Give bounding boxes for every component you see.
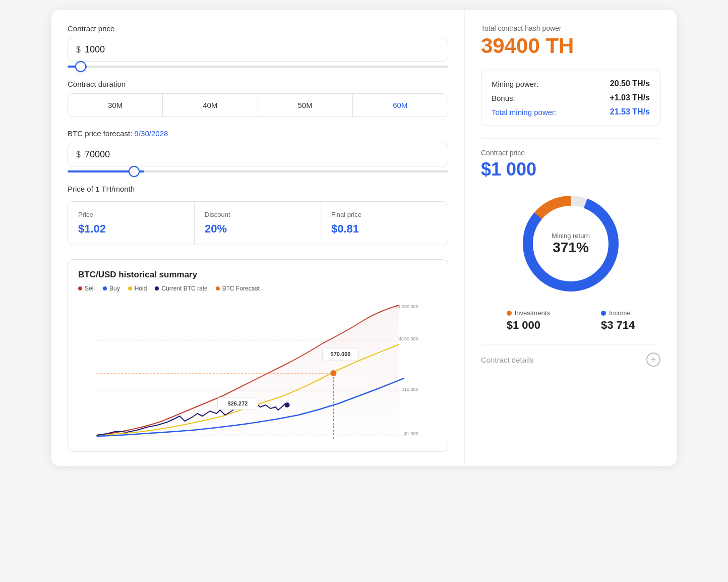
- btc-forecast-text: BTC price forecast:: [68, 129, 132, 138]
- svg-text:$70.000: $70.000: [331, 351, 351, 357]
- main-container: Contract price $ 1000 Contract duration …: [51, 10, 677, 466]
- legend-dot-current-btc: [155, 286, 159, 290]
- contract-details-label: Contract details: [481, 356, 533, 364]
- th-month-label: Price of 1 TH/month: [68, 185, 448, 193]
- btc-price-slider-wrap[interactable]: [68, 170, 448, 172]
- price-cell-final: Final price $0.81: [321, 202, 448, 245]
- tab-30m[interactable]: 30M: [68, 94, 163, 117]
- legend-sell: Sell: [78, 285, 95, 292]
- btc-price-slider-track: [68, 170, 448, 172]
- contract-price-slider-thumb[interactable]: [75, 61, 86, 72]
- chart-area: $1.000.000 $100.000 $10.000 $1.000: [78, 300, 438, 441]
- contract-price-slider-wrap[interactable]: [68, 66, 448, 68]
- contract-price-currency: $: [76, 45, 81, 54]
- mining-power-row: Mining power: 20.50 TH/s: [492, 79, 650, 88]
- discount-label: Discount: [205, 211, 311, 218]
- mining-power-value: 20.50 TH/s: [610, 79, 650, 88]
- tab-60m[interactable]: 60M: [353, 94, 448, 117]
- btc-forecast-date[interactable]: 9/30/2028: [135, 129, 168, 138]
- legend-label-btc-forecast: BTC Forecast: [222, 285, 260, 292]
- legend-dot-buy: [103, 286, 107, 290]
- total-mining-value: 21.53 TH/s: [610, 107, 650, 117]
- donut-value: 371%: [552, 240, 590, 256]
- tab-40m[interactable]: 40M: [163, 94, 258, 117]
- legend-label-hold: Hold: [135, 285, 147, 292]
- btc-price-value: 70000: [85, 149, 110, 160]
- legend-btc-forecast: BTC Forecast: [216, 285, 260, 292]
- legend-buy: Buy: [103, 285, 120, 292]
- price-cell-discount: Discount 20%: [195, 202, 321, 245]
- chart-section: BTC/USD historical summary Sell Buy Hold…: [68, 259, 448, 452]
- svg-text:$1.000: $1.000: [404, 431, 418, 436]
- total-mining-row: Total mining power: 21.53 TH/s: [492, 107, 650, 117]
- legend-dot-hold: [128, 286, 132, 290]
- contract-price-value: 1000: [85, 44, 105, 55]
- duration-tabs: 30M 40M 50M 60M: [68, 93, 448, 117]
- chart-title: BTC/USD historical summary: [78, 270, 438, 280]
- legend-label-buy: Buy: [109, 285, 120, 292]
- final-price-label: Final price: [331, 211, 438, 218]
- legend-label-sell: Sell: [85, 285, 95, 292]
- income-value: $3 714: [601, 319, 635, 332]
- investment-item-income: Income $3 714: [601, 309, 635, 332]
- hash-detail-box: Mining power: 20.50 TH/s Bonus: +1.03 TH…: [481, 70, 660, 126]
- bonus-value: +1.03 TH/s: [610, 93, 650, 102]
- investments-value: $1 000: [507, 319, 550, 332]
- legend-label-current-btc: Current BTC rate: [161, 285, 207, 292]
- expand-icon[interactable]: +: [646, 353, 660, 367]
- btc-price-input-box: $ 70000: [68, 143, 448, 166]
- investments-label: Investments: [515, 309, 550, 317]
- investments-legend: Investments: [507, 309, 550, 317]
- hash-power-title: Total contract hash power: [481, 24, 660, 32]
- legend-dot-sell: [78, 286, 82, 290]
- contract-details-row: Contract details +: [481, 344, 660, 375]
- price-label: Price: [78, 211, 184, 218]
- legend-current-btc: Current BTC rate: [155, 285, 207, 292]
- income-label: Income: [609, 309, 631, 317]
- hash-power-section: Total contract hash power 39400 TH: [481, 24, 660, 57]
- bonus-label: Bonus:: [492, 94, 515, 102]
- svg-text:$26.272: $26.272: [228, 400, 248, 406]
- bonus-row: Bonus: +1.03 TH/s: [492, 93, 650, 102]
- contract-price-label: Contract price: [481, 149, 660, 157]
- price-grid: Price $1.02 Discount 20% Final price $0.…: [68, 201, 448, 245]
- donut-label: Mining return: [552, 232, 590, 240]
- mining-power-label: Mining power:: [492, 80, 538, 88]
- btc-forecast-label: BTC price forecast: 9/30/2028: [68, 129, 448, 138]
- price-cell-price: Price $1.02: [68, 202, 195, 245]
- investment-item-investments: Investments $1 000: [507, 309, 550, 332]
- final-price-value: $0.81: [331, 222, 438, 236]
- divider: [481, 138, 660, 139]
- contract-price-section: Contract price $1 000: [481, 149, 660, 180]
- donut-center: Mining return 371%: [552, 232, 590, 256]
- left-panel: Contract price $ 1000 Contract duration …: [51, 10, 465, 466]
- income-legend: Income: [601, 309, 635, 317]
- investments-dot: [507, 311, 512, 316]
- svg-point-10: [285, 402, 290, 408]
- investment-row: Investments $1 000 Income $3 714: [481, 309, 660, 332]
- btc-price-currency: $: [76, 150, 81, 159]
- hash-power-value: 39400 TH: [481, 34, 660, 57]
- price-value: $1.02: [78, 222, 184, 236]
- chart-svg: $1.000.000 $100.000 $10.000 $1.000: [78, 300, 438, 441]
- btc-price-slider-thumb[interactable]: [129, 166, 140, 177]
- total-mining-label: Total mining power:: [492, 108, 557, 117]
- chart-legend: Sell Buy Hold Current BTC rate BTC Forec…: [78, 285, 438, 292]
- donut-chart-wrap: Mining return 371%: [481, 188, 660, 299]
- discount-value: 20%: [205, 222, 311, 236]
- legend-hold: Hold: [128, 285, 147, 292]
- tab-50m[interactable]: 50M: [258, 94, 353, 117]
- income-dot: [601, 311, 606, 316]
- right-panel: Total contract hash power 39400 TH Minin…: [465, 10, 677, 466]
- contract-duration-title: Contract duration: [68, 80, 448, 88]
- legend-dot-btc-forecast: [216, 286, 220, 290]
- contract-price-title: Contract price: [68, 24, 448, 33]
- contract-price-slider-track: [68, 66, 448, 68]
- svg-text:$10.000: $10.000: [402, 387, 418, 392]
- contract-price-display: $1 000: [481, 159, 660, 180]
- contract-price-input-box: $ 1000: [68, 38, 448, 62]
